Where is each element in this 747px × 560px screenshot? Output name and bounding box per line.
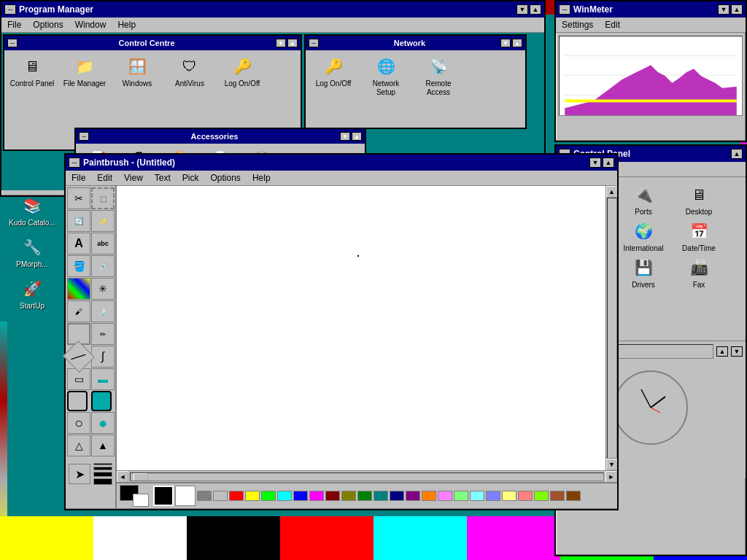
color-swatch-yellowgreen[interactable] — [534, 491, 549, 501]
pb-tool-move[interactable]: ➤ — [69, 464, 90, 484]
paintbrush-titlebar[interactable]: ─ Paintbrush - (Untitled) ▼ ▲ — [66, 155, 617, 171]
color-swatch-black[interactable] — [153, 486, 174, 506]
cc-maximize[interactable]: ▲ — [287, 39, 298, 47]
pb-scroll-left[interactable]: ◄ — [117, 471, 128, 483]
pb-hscroll-track[interactable] — [130, 472, 604, 481]
cc-icon-windows[interactable]: 🪟 Windows — [114, 55, 160, 88]
pb-tool-paint-fill[interactable]: 🪣 — [67, 255, 90, 277]
color-swatch-lightgreen[interactable] — [454, 491, 468, 501]
winmeter-maximize[interactable]: ▲ — [731, 4, 743, 15]
pb-stroke-3[interactable] — [93, 472, 112, 477]
net-maximize[interactable]: ▲ — [512, 39, 522, 47]
pm-menu-file[interactable]: File — [4, 19, 24, 31]
pb-sys-btn[interactable]: ─ — [69, 158, 80, 168]
cc-icon-antivirus[interactable]: 🛡 AntiVirus — [166, 55, 213, 88]
pb-tool-poly-fill[interactable]: ▲ — [91, 435, 115, 456]
pm-menu-window[interactable]: Window — [72, 19, 109, 31]
color-swatch-blue[interactable] — [293, 491, 308, 501]
pb-tool-star[interactable]: ✳ — [91, 278, 115, 300]
wm-menu-settings[interactable]: Settings — [559, 19, 596, 31]
pb-tool-select-rect[interactable]: ⬚ — [91, 187, 115, 209]
pb-tool-text-a[interactable]: A — [67, 233, 90, 254]
color-swatch-purple[interactable] — [406, 491, 420, 501]
color-swatch-lightcyan[interactable] — [470, 491, 484, 501]
pb-canvas[interactable] — [117, 186, 605, 470]
accessories-titlebar[interactable]: ─ Accessories ▼ ▲ — [76, 129, 365, 144]
pb-minimize[interactable]: ▼ — [589, 158, 601, 168]
pb-hscroll-thumb[interactable] — [133, 473, 148, 481]
color-swatch-olive[interactable] — [341, 491, 356, 501]
cp-icon-drivers[interactable]: 💾 Drivers — [617, 256, 670, 289]
pb-menu-edit[interactable]: Edit — [94, 172, 115, 184]
color-swatch-tan[interactable] — [550, 491, 565, 501]
pb-tool-circle-outline[interactable]: ○ — [67, 412, 90, 434]
pb-menu-options[interactable]: Options — [208, 172, 244, 184]
pb-tool-poly-outline[interactable]: △ — [67, 435, 90, 456]
cc-icon-control-panel[interactable]: 🖥 Control Panel — [9, 55, 55, 88]
cc-sys-btn[interactable]: ─ — [7, 39, 18, 47]
pb-tool-circle-fill[interactable]: ● — [91, 412, 115, 434]
pb-menu-view[interactable]: View — [121, 172, 146, 184]
acc-minimize[interactable]: ▼ — [340, 132, 350, 141]
color-swatch-green[interactable] — [261, 491, 276, 501]
winmeter-sys-btn[interactable]: ─ — [559, 4, 570, 15]
acc-sys-btn[interactable]: ─ — [79, 132, 89, 141]
pb-menu-help[interactable]: Help — [249, 172, 274, 184]
pb-stroke-1[interactable] — [93, 463, 112, 465]
color-swatch-yellow[interactable] — [245, 491, 260, 501]
cp-maximize[interactable]: ▲ — [731, 149, 743, 159]
color-swatch-darkgreen[interactable] — [357, 491, 372, 501]
pb-tool-text-abc[interactable]: abc — [91, 233, 115, 254]
net-icon-setup[interactable]: 🌐 Network Setup — [363, 55, 409, 97]
program-manager-sys-btn[interactable]: ─ — [4, 4, 16, 15]
pb-menu-text[interactable]: Text — [152, 172, 174, 184]
pm-menu-options[interactable]: Options — [30, 19, 66, 31]
net-icon-remote[interactable]: 📡 Remote Access — [415, 55, 462, 97]
pb-menu-file[interactable]: File — [69, 172, 88, 184]
winmeter-minimize[interactable]: ▼ — [718, 4, 729, 15]
net-icon-logon[interactable]: 🔑 Log On/Off — [310, 55, 357, 88]
pb-scroll-down[interactable]: ▼ — [606, 459, 618, 470]
pb-tool-bottle[interactable]: 🍶 — [91, 300, 115, 322]
network-titlebar[interactable]: ─ Network ▼ ▲ — [306, 36, 525, 50]
pb-stroke-4[interactable] — [93, 478, 112, 485]
color-swatch-lightyellow[interactable] — [502, 491, 516, 501]
cc-icon-file-manager[interactable]: 📁 File Manager — [61, 55, 108, 88]
pb-background-color[interactable] — [133, 494, 149, 507]
net-minimize[interactable]: ▼ — [500, 39, 511, 47]
program-manager-minimize[interactable]: ▼ — [516, 4, 528, 15]
color-swatch-lightsalmon[interactable] — [518, 491, 533, 501]
desktop-icon-startup[interactable]: 🚀 StartUp — [3, 277, 61, 310]
pb-scroll-right[interactable]: ► — [605, 471, 617, 483]
color-swatch-cyan[interactable] — [277, 491, 292, 501]
pm-menu-help[interactable]: Help — [115, 19, 139, 31]
program-manager-maximize[interactable]: ▲ — [530, 4, 541, 15]
cp-icon-datetime[interactable]: 📅 Date/Time — [673, 219, 725, 253]
net-sys-btn[interactable]: ─ — [309, 39, 319, 47]
cp-date-scroll-up[interactable]: ▲ — [716, 346, 728, 357]
color-swatch-red[interactable] — [229, 491, 244, 501]
color-swatch-teal[interactable] — [374, 491, 388, 501]
color-swatch-navy[interactable] — [390, 491, 404, 501]
pb-maximize[interactable]: ▲ — [603, 158, 614, 168]
pb-vscroll-track[interactable] — [607, 198, 617, 459]
color-swatch-lightblue[interactable] — [486, 491, 500, 501]
color-swatch-darkred[interactable] — [325, 491, 340, 501]
program-manager-titlebar[interactable]: ─ Program Manager ▼ ▲ — [1, 1, 544, 18]
cp-icon-ports[interactable]: 🔌 Ports — [617, 183, 670, 217]
acc-maximize[interactable]: ▲ — [352, 132, 362, 141]
pb-menu-pick[interactable]: Pick — [179, 172, 202, 184]
cp-icon-desktop[interactable]: 🖥 Desktop — [673, 183, 725, 217]
color-swatch-gray1[interactable] — [197, 491, 212, 501]
pb-tool-rnd-rect-fill[interactable] — [91, 391, 112, 411]
pb-tool-lasso[interactable]: 🔄 — [67, 210, 90, 232]
pb-stroke-2[interactable] — [93, 467, 112, 470]
pb-tool-pencil[interactable]: ✏ — [91, 323, 115, 345]
color-swatch-white[interactable] — [175, 486, 196, 506]
cc-icon-logon[interactable]: 🔑 Log On/Off — [219, 55, 266, 88]
winmeter-titlebar[interactable]: ─ WinMeter ▼ ▲ — [556, 1, 746, 18]
desktop-icon-kudo[interactable]: 📚 Kudo Catalo... — [3, 194, 61, 227]
wm-menu-edit[interactable]: Edit — [602, 19, 623, 31]
pb-tool-scissors[interactable]: ✂ — [67, 187, 90, 209]
cp-icon-fax[interactable]: 📠 Fax — [673, 256, 725, 289]
